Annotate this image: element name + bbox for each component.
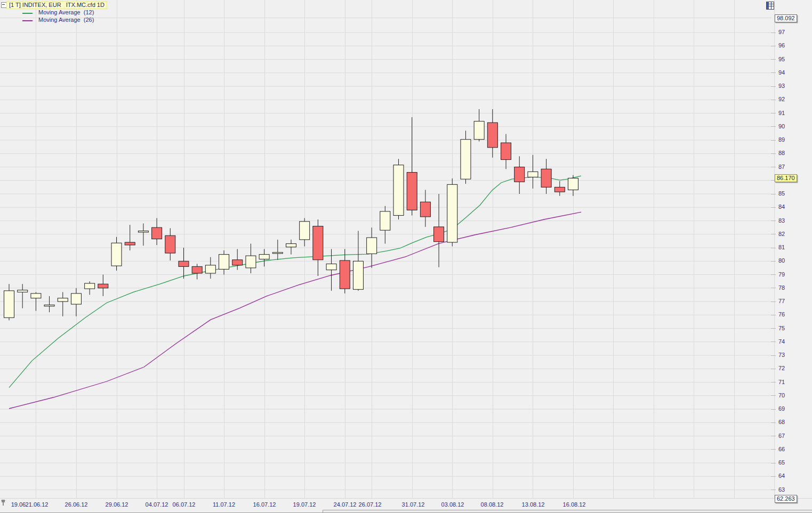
price-tick xyxy=(771,167,776,167)
candle-body[interactable] xyxy=(192,266,202,273)
date-tick-label: 08.08.12 xyxy=(481,501,504,508)
price-tick xyxy=(771,382,776,382)
date-tick-label: 29.06.12 xyxy=(106,501,128,508)
date-tick-label: 31.07.12 xyxy=(402,501,425,508)
price-tick xyxy=(771,234,776,234)
candle-body[interactable] xyxy=(501,143,511,160)
ma-line xyxy=(9,176,581,387)
price-tick xyxy=(771,355,776,356)
price-tick-label: 63 xyxy=(778,486,785,493)
price-tick-label: 69 xyxy=(778,405,785,412)
candle-body[interactable] xyxy=(111,243,122,266)
candlestick-chart-plot[interactable] xyxy=(0,0,776,498)
scrollbar-thumb[interactable] xyxy=(323,510,812,513)
candle-body[interactable] xyxy=(58,298,68,302)
price-tick xyxy=(771,153,776,154)
price-tick-label: 75 xyxy=(778,325,785,332)
price-tick xyxy=(771,476,776,477)
price-tick-label: 64 xyxy=(778,473,785,479)
price-tick-label: 91 xyxy=(778,110,785,117)
price-tick-label: 76 xyxy=(778,311,785,318)
candle-body[interactable] xyxy=(44,305,54,306)
candle-body[interactable] xyxy=(420,202,430,217)
price-tick-label: 78 xyxy=(778,284,785,291)
candle-body[interactable] xyxy=(232,260,243,265)
chart-window: 9796959493929190898887868584838281807978… xyxy=(0,0,812,513)
candle-body[interactable] xyxy=(447,184,457,242)
price-tick xyxy=(771,315,776,315)
candle-body[interactable] xyxy=(259,255,269,259)
legend-label: Moving Average (12) xyxy=(38,9,94,15)
price-tick xyxy=(771,194,776,194)
chart-canvas[interactable] xyxy=(0,0,776,498)
candle-body[interactable] xyxy=(380,211,390,230)
price-tick xyxy=(771,422,776,423)
candle-body[interactable] xyxy=(461,140,471,179)
candle-body[interactable] xyxy=(71,294,81,304)
candle-body[interactable] xyxy=(125,242,135,245)
candle-body[interactable] xyxy=(313,226,323,260)
price-tick-label: 80 xyxy=(778,257,785,264)
candle-body[interactable] xyxy=(179,261,189,266)
candle-body[interactable] xyxy=(300,222,310,240)
legend-label: Moving Average (26) xyxy=(38,17,94,23)
candle-body[interactable] xyxy=(31,294,41,298)
price-tick-label: 85 xyxy=(778,190,785,197)
price-tick-label: 67 xyxy=(778,433,785,439)
price-tick-label: 79 xyxy=(778,271,785,278)
price-tick-label: 96 xyxy=(778,42,785,49)
candle-body[interactable] xyxy=(165,235,175,253)
ma12-line-icon xyxy=(22,13,33,14)
candle-body[interactable] xyxy=(340,260,350,289)
price-tick xyxy=(771,449,776,450)
ma26-line-icon xyxy=(22,20,33,21)
price-tick-label: 95 xyxy=(778,56,785,63)
ma-line xyxy=(9,212,581,409)
axis-pin-icon[interactable] xyxy=(1,500,6,506)
candle-body[interactable] xyxy=(138,231,148,232)
price-tick xyxy=(771,59,776,60)
chart-title[interactable]: [1 T] INDITEX, EUR ITX.MC.cfd 1D xyxy=(6,1,107,9)
candle-body[interactable] xyxy=(487,123,497,148)
price-tick-label: 87 xyxy=(778,164,785,170)
table-view-icon[interactable] xyxy=(766,2,774,10)
date-tick-label: 19.07.12 xyxy=(293,501,316,508)
date-tick-label: 06.07.12 xyxy=(173,501,196,508)
candle-body[interactable] xyxy=(434,227,444,242)
candle-body[interactable] xyxy=(246,256,256,268)
price-tick xyxy=(771,261,776,262)
candle-body[interactable] xyxy=(528,172,538,177)
candle-body[interactable] xyxy=(272,253,283,254)
candle-body[interactable] xyxy=(205,265,215,273)
candle-body[interactable] xyxy=(541,169,551,187)
price-tick xyxy=(771,221,776,221)
candle-body[interactable] xyxy=(407,173,417,210)
price-tick-label: 77 xyxy=(778,298,785,305)
price-tick-label: 72 xyxy=(778,365,785,372)
price-tick-label: 73 xyxy=(778,352,785,359)
candle-body[interactable] xyxy=(85,283,95,289)
price-tick xyxy=(771,328,776,329)
candle-body[interactable] xyxy=(152,227,162,239)
candle-body[interactable] xyxy=(286,243,296,247)
price-tick xyxy=(771,126,776,127)
candle-body[interactable] xyxy=(568,178,578,190)
candle-body[interactable] xyxy=(393,165,404,216)
candle-body[interactable] xyxy=(353,261,363,289)
scale-max-label: 98.092 xyxy=(775,14,797,22)
price-tick xyxy=(771,369,776,369)
candle-body[interactable] xyxy=(554,187,565,192)
candle-body[interactable] xyxy=(367,238,377,254)
candle-body[interactable] xyxy=(514,167,525,182)
price-tick-label: 74 xyxy=(778,338,785,345)
price-tick-label: 88 xyxy=(778,150,785,157)
candle-body[interactable] xyxy=(98,284,108,288)
price-tick-label: 68 xyxy=(778,419,785,426)
candle-body[interactable] xyxy=(4,291,14,318)
candle-body[interactable] xyxy=(326,264,336,270)
candle-body[interactable] xyxy=(219,255,229,270)
price-tick xyxy=(771,100,776,100)
legend-item-ma26[interactable]: Moving Average (26) xyxy=(16,18,22,43)
candle-body[interactable] xyxy=(18,290,28,292)
candle-body[interactable] xyxy=(474,121,484,140)
